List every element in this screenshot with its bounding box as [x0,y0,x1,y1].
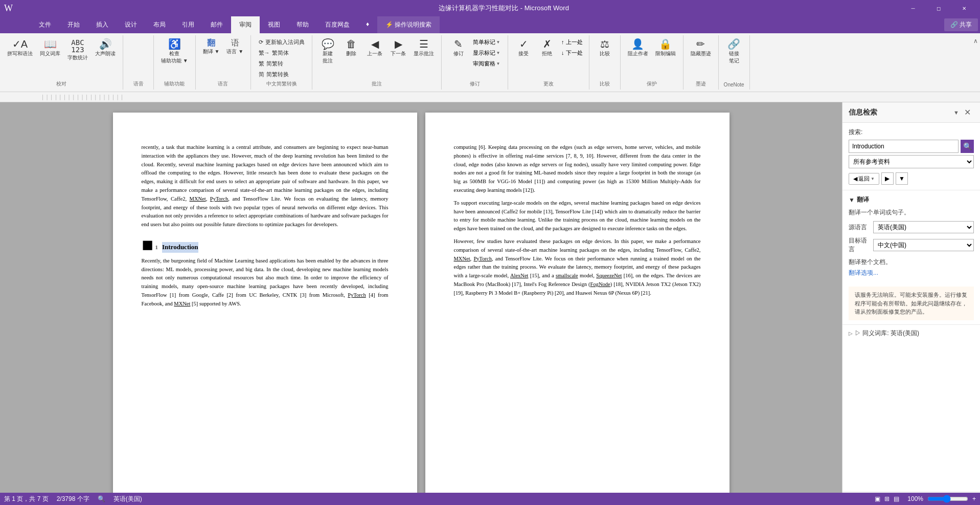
minimize-button[interactable]: ─ [901,0,925,16]
track-changes-button[interactable]: ✎ 修订 [447,37,470,59]
thesaurus-row[interactable]: ▷ ▷ 同义词库: 英语(美国) [842,324,980,342]
tab-design[interactable]: 设计 [117,16,145,33]
translate-options-link[interactable]: 翻译选项... [849,269,878,276]
compare-items: ⚖ 比较 [594,37,616,79]
view-mode-print[interactable]: ▣ [875,495,880,502]
prev-next-change: ↑ 上一处 ↓ 下一处 [559,37,585,58]
group-proofreading: ✓A 拼写和语法 📖 同义词库 ABC123 字数统计 🔊 大声朗读 校对 [0,35,123,90]
document-area[interactable]: recently, a task that machine learning i… [0,102,842,505]
panel-close-button[interactable]: ✕ [961,106,974,118]
compare-icon: ⚖ [600,39,609,49]
review-pane-dropdown[interactable]: 审阅窗格 ▼ [471,59,503,69]
restrict-icon: 🔒 [659,39,672,49]
section-1-para1: Recently, the burgeoning field of Machin… [142,257,389,309]
track-icon: ✎ [454,39,463,49]
search-section: 搜索: 🔍 所有参考资料 期刊 书籍 网站 ◀ 返回 ▼ [842,123,980,190]
tab-baiduyun[interactable]: 百度网盘 [317,16,358,33]
tab-review[interactable]: 审阅 [231,16,260,33]
onenote-label: OneNote [724,81,744,87]
simplified-conversion-button[interactable]: 简 简繁转换 [256,70,292,79]
simple-markup-dropdown[interactable]: 简单标记 ▼ [471,37,503,47]
accept-button[interactable]: ✓ 接受 [512,37,535,59]
tab-layout[interactable]: 布局 [145,16,174,33]
accessibility-label: 辅助功能 [164,79,185,87]
translate-button[interactable]: 翻 翻译 ▼ [200,37,223,57]
reject-button[interactable]: ✗ 拒绝 [536,37,558,59]
hide-ink-button[interactable]: ✏ 隐藏墨迹 [688,37,714,59]
panel-options-icon[interactable]: ▼ [953,109,959,116]
thesaurus-button[interactable]: 📖 同义词库 [37,37,63,59]
spelling-grammar-button[interactable]: ✓A 拼写和语法 [4,37,36,59]
title-bar: W 边缘计算机器学习性能对比 - Microsoft Word ─ ◻ ✕ [0,0,980,16]
check-accessibility-button[interactable]: ♿ 检查辅助功能 ▼ [158,37,191,66]
restore-button[interactable]: ◻ [927,0,950,16]
tab-search[interactable]: ⚡ 操作说明搜索 [377,16,440,33]
thesaurus-label: ▷ 同义词库: 英语(美国) [855,329,919,338]
compare-label: 比较 [600,79,610,87]
ribbon-collapse[interactable]: ∧ [971,35,980,90]
prev-comment-button[interactable]: ◀ 上一条 [363,37,386,59]
zoom-slider[interactable] [927,495,968,503]
forward-button[interactable]: ▶ [881,172,894,185]
language-indicator: 🔍 [98,495,105,502]
status-bar-right: ▣ ⊞ ▤ 100% + [875,495,976,503]
view-mode-read[interactable]: ▤ [894,495,899,502]
next-comment-button[interactable]: ▶ 下一条 [387,37,409,59]
word-count-button[interactable]: ABC123 字数统计 [64,37,91,63]
thesaurus-expand-icon: ▷ [849,331,853,336]
zoom-in-button[interactable]: + [972,495,976,502]
group-onenote: 🔗 链接笔记 OneNote [719,35,750,90]
ribbon-content: ✓A 拼写和语法 📖 同义词库 ABC123 字数统计 🔊 大声朗读 校对 [0,33,980,92]
search-button[interactable]: 🔍 [961,140,974,153]
nav-row: ◀ 返回 ▼ ▶ ▼ [849,172,974,185]
forward-arrow-icon: ▶ [885,175,890,182]
changes-items: ✓ 接受 ✗ 拒绝 ↑ 上一处 ↓ 下一处 [512,37,585,79]
tab-view[interactable]: 视图 [260,16,288,33]
show-markup-dropdown[interactable]: 显示标记 ▼ [471,48,503,58]
view-mode-web[interactable]: ⊞ [884,495,890,502]
source-language-row: 源语言 英语(美国) 中文(中国) [849,221,974,233]
tab-mail[interactable]: 邮件 [202,16,231,33]
title-bar-left: W [4,3,106,14]
back-button[interactable]: ◀ 返回 ▼ [849,173,879,185]
collapse-ribbon-icon: ∧ [973,37,978,45]
search-row: 🔍 [849,140,974,153]
source-language-select[interactable]: 英语(美国) 中文(中国) [873,221,974,233]
close-button[interactable]: ✕ [952,0,976,16]
new-comment-button[interactable]: 💬 新建批注 [316,37,339,66]
right-page-para3: However, few studies have evaluated thes… [454,237,701,298]
group-comment: 💬 新建批注 🗑 删除 ◀ 上一条 ▶ 下一条 ☰ 显示批注 [312,35,442,90]
read-aloud-button[interactable]: 🔊 大声朗读 [92,37,119,59]
prev-change-btn[interactable]: ↑ 上一处 [559,37,585,47]
filter-select[interactable]: 所有参考资料 期刊 书籍 网站 [849,155,974,168]
translate-heading[interactable]: ▼ 翻译 [849,195,974,204]
next-change-btn[interactable]: ↓ 下一处 [559,48,585,58]
tab-references[interactable]: 引用 [174,16,202,33]
traditional-to-simplified-button[interactable]: 繁 简繁转 [256,59,286,69]
down-button[interactable]: ▼ [896,172,908,185]
section-title: Introduction [162,242,198,253]
comment-items: 💬 新建批注 🗑 删除 ◀ 上一条 ▶ 下一条 ☰ 显示批注 [316,37,437,79]
target-language-select[interactable]: 中文(中国) 英语(美国) [873,239,974,251]
language-button[interactable]: 语 语言 ▼ [223,37,246,57]
tab-insert[interactable]: 插入 [88,16,117,33]
down-arrow-icon: ▼ [899,175,905,182]
tab-diamond[interactable]: ♦ [358,16,377,33]
search-input[interactable] [849,140,959,153]
target-language-row: 目标语言 中文(中国) 英语(美国) [849,236,974,254]
tab-help[interactable]: 帮助 [288,16,317,33]
share-btn[interactable]: 🔗 共享 [944,16,980,33]
block-authors-button[interactable]: 👤 阻止作者 [625,37,651,59]
delete-comment-button[interactable]: 🗑 删除 [340,37,362,59]
compare-button[interactable]: ⚖ 比较 [594,37,616,59]
traditional-simplified-button[interactable]: 繁→ 繁简体 [256,48,292,58]
show-comments-button[interactable]: ☰ 显示批注 [411,37,437,59]
tab-file[interactable]: 文件 [31,16,59,33]
restrict-editing-button[interactable]: 🔒 限制编辑 [652,37,679,59]
update-ime-button[interactable]: ⟳ 更新输入法词典 [256,37,308,47]
tab-start[interactable]: 开始 [59,16,88,33]
linked-notes-button[interactable]: 🔗 链接笔记 [723,37,745,66]
title-text: 边缘计算机器学习性能对比 - Microsoft Word [106,4,901,13]
conversion-items: ⟳ 更新输入法词典 繁→ 繁简体 繁 简繁转 简 简繁转换 [256,37,308,79]
group-changes: ✓ 接受 ✗ 拒绝 ↑ 上一处 ↓ 下一处 更改 [508,35,589,90]
